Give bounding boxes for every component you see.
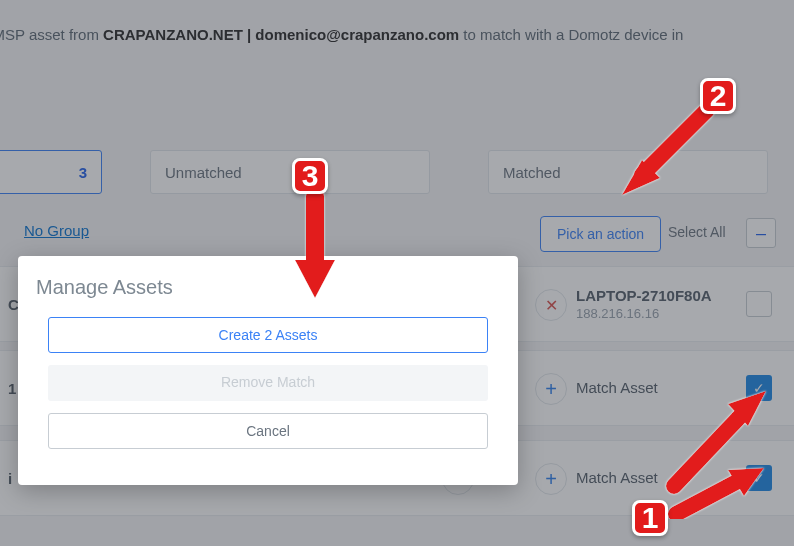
modal-title: Manage Assets — [36, 276, 500, 299]
device-ip: 188.216.16.16 — [576, 306, 712, 321]
row-1-checkbox[interactable] — [746, 291, 772, 317]
match-asset-button-2[interactable]: + — [535, 373, 567, 405]
remove-match-button: Remove Match — [48, 365, 488, 401]
match-asset-button-3[interactable]: + — [535, 463, 567, 495]
select-all-label[interactable]: Select All — [668, 224, 726, 240]
unmatch-button[interactable]: ✕ — [535, 289, 567, 321]
plus-icon: + — [545, 378, 557, 401]
instruction-prefix: o MSP asset from — [0, 26, 103, 43]
annotation-arrow-1b — [664, 456, 774, 526]
device-info: LAPTOP-2710F80A 188.216.16.16 — [576, 287, 712, 321]
instruction-bold: CRAPANZANO.NET | domenico@crapanzano.com — [103, 26, 459, 43]
annotation-arrow-3 — [280, 188, 350, 308]
create-assets-button[interactable]: Create 2 Assets — [48, 317, 488, 353]
cancel-button[interactable]: Cancel — [48, 413, 488, 449]
no-group-link[interactable]: No Group — [24, 222, 89, 239]
match-asset-label-2: Match Asset — [576, 379, 658, 396]
device-name: LAPTOP-2710F80A — [576, 287, 712, 304]
x-icon: ✕ — [545, 296, 558, 315]
plus-icon: + — [545, 468, 557, 491]
filter-count-value: 3 — [79, 164, 87, 181]
asset-row-3-label: i — [0, 441, 12, 515]
match-asset-label-3: Match Asset — [576, 469, 658, 486]
annotation-badge-2: 2 — [700, 78, 736, 114]
annotation-arrow-2 — [612, 100, 722, 210]
minus-icon: – — [756, 223, 766, 244]
manage-assets-modal: Manage Assets Create 2 Assets Remove Mat… — [18, 256, 518, 485]
pick-an-action-label: Pick an action — [557, 226, 644, 242]
select-all-toggle[interactable]: – — [746, 218, 776, 248]
instruction-suffix: to match with a Domotz device in — [459, 26, 683, 43]
instruction-text: o MSP asset from CRAPANZANO.NET | domeni… — [0, 26, 683, 43]
annotation-badge-3: 3 — [292, 158, 328, 194]
asset-row-2-label: 1 — [0, 351, 16, 425]
filter-matched-label: Matched — [503, 164, 561, 181]
filter-unmatched-label: Unmatched — [165, 164, 242, 181]
pick-an-action-button[interactable]: Pick an action — [540, 216, 661, 252]
annotation-badge-1: 1 — [632, 500, 668, 536]
filter-card-count[interactable]: 3 — [0, 150, 102, 194]
